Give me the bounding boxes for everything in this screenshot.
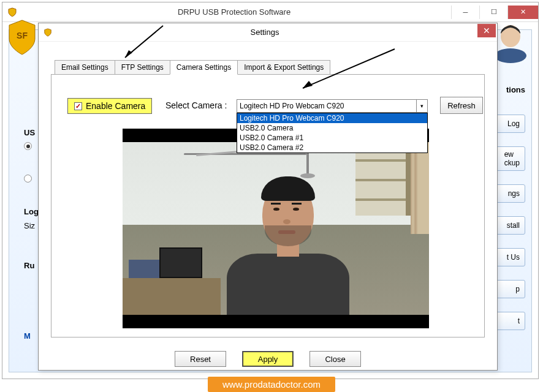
log-section-label: Log bbox=[24, 207, 39, 216]
radio-option-2[interactable] bbox=[24, 175, 32, 183]
enable-camera-label: Enable Camera bbox=[86, 101, 145, 111]
left-panel-peek: US Log Siz Ru M bbox=[24, 128, 39, 341]
tab-email-settings[interactable]: Email Settings bbox=[55, 60, 115, 75]
minimize-button[interactable]: ─ bbox=[451, 6, 479, 19]
avatar-icon bbox=[492, 20, 529, 63]
svg-text:SF: SF bbox=[17, 31, 28, 40]
settings-body: Email Settings FTP Settings Camera Setti… bbox=[39, 42, 497, 370]
shield-logo-icon: SF bbox=[7, 19, 37, 56]
svg-marker-4 bbox=[125, 50, 132, 58]
settings-dialog-icon bbox=[44, 28, 52, 37]
camera-preview-scene bbox=[123, 142, 429, 315]
camera-select-value: Logitech HD Pro Webcam C920 bbox=[240, 102, 344, 110]
select-camera-label: Select Camera : bbox=[165, 100, 227, 110]
checkbox-checked-icon: ✓ bbox=[74, 102, 82, 110]
camera-preview bbox=[123, 129, 429, 328]
window-controls: ─ ☐ ✕ bbox=[451, 6, 538, 19]
annotation-arrow-1-icon bbox=[114, 21, 169, 70]
footer-bar: www.prodatadoctor.com bbox=[0, 376, 543, 392]
apply-button[interactable]: Apply bbox=[242, 351, 294, 367]
run-section-label: Ru bbox=[24, 261, 39, 270]
close-button[interactable]: Close bbox=[309, 351, 361, 367]
camera-dropdown-list: Logitech HD Pro Webcam C920 USB2.0 Camer… bbox=[237, 113, 428, 153]
svg-point-1 bbox=[495, 48, 526, 63]
m-label: M bbox=[24, 331, 39, 341]
maximize-button[interactable]: ☐ bbox=[479, 6, 507, 19]
footer-url: www.prodatadoctor.com bbox=[208, 377, 335, 392]
reset-button[interactable]: Reset bbox=[175, 351, 226, 367]
svg-marker-6 bbox=[303, 81, 313, 88]
dialog-button-row: Reset Apply Close bbox=[51, 351, 485, 367]
camera-option-3[interactable]: USB2.0 Camera #2 bbox=[237, 143, 427, 153]
tab-content: ✓ Enable Camera Select Camera : Logitech… bbox=[51, 74, 485, 337]
camera-option-2[interactable]: USB2.0 Camera #1 bbox=[237, 133, 427, 143]
annotation-arrow-2-icon bbox=[290, 44, 401, 93]
close-window-button[interactable]: ✕ bbox=[507, 6, 538, 19]
app-icon bbox=[7, 7, 17, 17]
usb-section-label: US bbox=[24, 128, 39, 137]
refresh-button[interactable]: Refresh bbox=[440, 97, 483, 114]
radio-option-1[interactable] bbox=[24, 142, 32, 150]
enable-camera-checkbox[interactable]: ✓ Enable Camera bbox=[67, 98, 152, 114]
tab-camera-settings[interactable]: Camera Settings bbox=[170, 60, 238, 75]
chevron-down-icon: ▾ bbox=[416, 100, 427, 112]
camera-select-combobox[interactable]: Logitech HD Pro Webcam C920 ▾ bbox=[237, 99, 428, 113]
settings-dialog: Settings ✕ Email Settings FTP Settings C… bbox=[38, 23, 498, 371]
camera-option-0[interactable]: Logitech HD Pro Webcam C920 bbox=[237, 113, 427, 123]
svg-line-5 bbox=[303, 49, 395, 88]
options-label-peek: tions bbox=[506, 85, 525, 94]
size-label: Siz bbox=[24, 221, 39, 230]
settings-close-button[interactable]: ✕ bbox=[477, 24, 496, 37]
camera-option-1[interactable]: USB2.0 Camera bbox=[237, 123, 427, 133]
settings-titlebar: Settings ✕ bbox=[39, 23, 497, 42]
main-titlebar: DRPU USB Protection Software ─ ☐ ✕ bbox=[2, 2, 538, 22]
main-window-title: DRPU USB Protection Software bbox=[17, 7, 451, 17]
